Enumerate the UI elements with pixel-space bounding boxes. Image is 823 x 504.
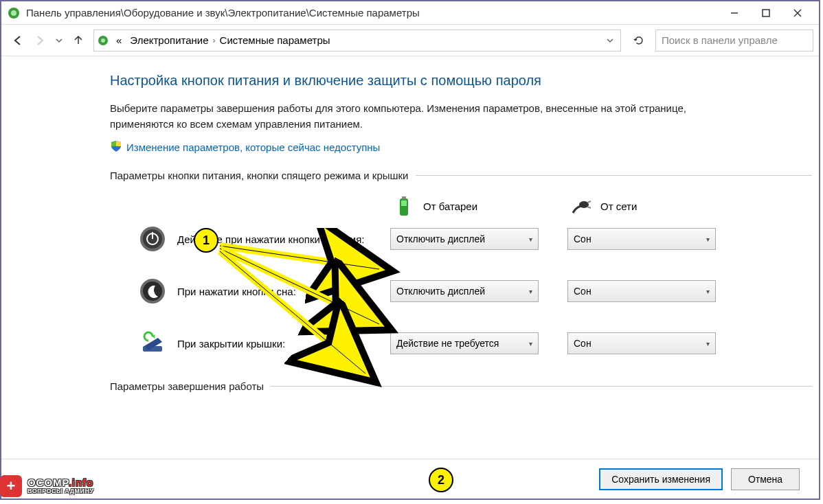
sleep-button-icon <box>137 276 168 306</box>
refresh-button[interactable] <box>628 30 650 51</box>
svg-point-7 <box>101 38 105 43</box>
toolbar: « Электропитание › Системные параметры П… <box>1 25 819 56</box>
row-lid-close: При закрытии крышки: Действие не требует… <box>110 328 812 358</box>
lid-plugged-select[interactable]: Сон▾ <box>567 332 716 354</box>
control-panel-window: Панель управления\Оборудование и звук\Эл… <box>0 0 820 500</box>
laptop-lid-icon <box>137 328 168 358</box>
maximize-button[interactable] <box>750 3 782 23</box>
power-button-plugged-select[interactable]: Сон▾ <box>567 228 716 250</box>
chevron-down-icon: ▾ <box>529 236 532 243</box>
battery-icon <box>392 194 416 218</box>
window-title: Панель управления\Оборудование и звук\Эл… <box>26 7 719 19</box>
svg-rect-3 <box>763 10 769 16</box>
row-label: При нажатии кнопки сна: <box>177 284 390 299</box>
power-options-icon <box>97 34 109 47</box>
svg-line-13 <box>587 207 591 208</box>
forward-button[interactable] <box>30 31 49 50</box>
chevron-down-icon: ▾ <box>529 340 532 347</box>
sleep-button-plugged-select[interactable]: Сон▾ <box>567 280 716 302</box>
address-bar[interactable]: « Электропитание › Системные параметры <box>93 30 621 51</box>
power-button-battery-select[interactable]: Отключить дисплей▾ <box>390 228 539 250</box>
up-button[interactable] <box>69 31 88 50</box>
power-options-icon <box>7 6 21 20</box>
section-shutdown: Параметры завершения работы <box>110 380 812 392</box>
save-button[interactable]: Сохранить изменения <box>599 468 723 490</box>
page-description: Выберите параметры завершения работы для… <box>110 101 728 132</box>
watermark-logo: + OCOMP.info ВОПРОСЫ АДМИНУ <box>0 475 94 497</box>
row-label: При закрытии крышки: <box>177 336 390 351</box>
svg-rect-10 <box>401 201 407 206</box>
breadcrumb-item-1[interactable]: Электропитание <box>126 34 212 46</box>
breadcrumb-item-2[interactable]: Системные параметры <box>216 34 335 46</box>
col-plugged: От сети <box>569 194 746 218</box>
lid-battery-select[interactable]: Действие не требуется▾ <box>390 332 539 354</box>
content-area: Настройка кнопок питания и включение защ… <box>1 56 819 459</box>
chevron-down-icon: ▾ <box>706 340 710 347</box>
col-battery: От батареи <box>392 194 569 218</box>
section-buttons-lid: Параметры кнопки питания, кнопки спящего… <box>110 170 812 181</box>
annotation-callout-2: 2 <box>429 468 453 492</box>
power-button-icon <box>137 224 168 254</box>
chevron-down-icon: ▾ <box>529 288 532 295</box>
history-dropdown[interactable] <box>52 31 66 50</box>
plug-icon <box>569 194 594 218</box>
breadcrumb-prev-icon[interactable]: « <box>112 34 126 46</box>
shield-icon <box>110 140 122 154</box>
row-sleep-button: При нажатии кнопки сна: Отключить диспле… <box>110 276 812 306</box>
titlebar: Панель управления\Оборудование и звук\Эл… <box>1 1 819 25</box>
plus-icon: + <box>0 475 22 497</box>
annotation-callout-1: 1 <box>194 228 218 253</box>
column-headers: От батареи От сети <box>110 194 812 218</box>
page-heading: Настройка кнопок питания и включение защ… <box>110 73 812 89</box>
minimize-button[interactable] <box>719 3 750 23</box>
cancel-button[interactable]: Отмена <box>731 468 800 490</box>
svg-line-12 <box>587 201 591 203</box>
sleep-button-battery-select[interactable]: Отключить дисплей▾ <box>390 280 539 302</box>
change-unavailable-link[interactable]: Изменение параметров, которые сейчас нед… <box>126 141 380 153</box>
chevron-down-icon: ▾ <box>706 236 710 243</box>
address-dropdown-icon[interactable] <box>602 35 618 46</box>
chevron-down-icon: ▾ <box>706 288 710 295</box>
footer: 2 Сохранить изменения Отмена <box>1 459 819 499</box>
close-button[interactable] <box>782 3 813 23</box>
back-button[interactable] <box>8 31 27 50</box>
search-input[interactable]: Поиск в панели управле <box>655 30 813 51</box>
svg-point-1 <box>11 10 16 16</box>
admin-link-row: Изменение параметров, которые сейчас нед… <box>110 140 812 154</box>
svg-rect-9 <box>402 196 406 199</box>
